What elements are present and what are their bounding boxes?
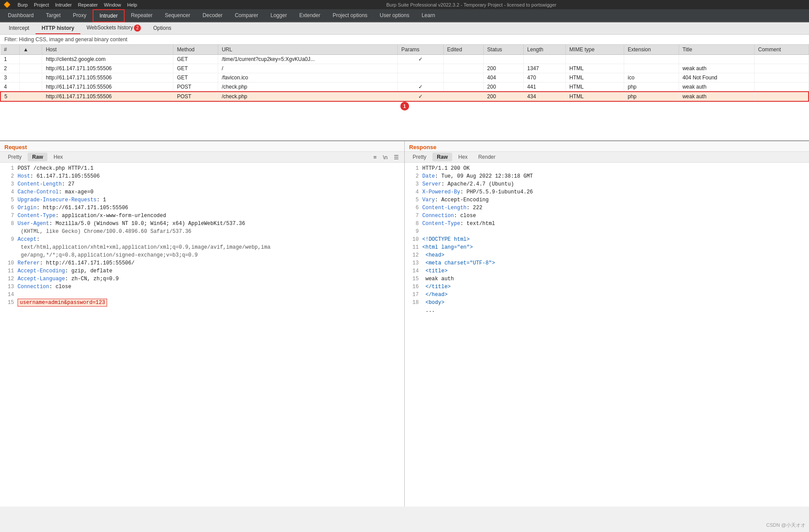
line-text: <!DOCTYPE html> xyxy=(422,236,470,243)
tab-project-options[interactable]: Project options xyxy=(327,10,374,22)
table-row[interactable]: 1http://clients2.google.comGET/time/1/cu… xyxy=(0,55,809,64)
table-cell xyxy=(443,92,483,101)
table-cell xyxy=(754,92,809,101)
request-panel: Request Pretty Raw Hex ≡ \n ☰ 1POST /che… xyxy=(0,141,405,507)
menu-intruder[interactable]: Intruder xyxy=(55,2,72,7)
table-cell: php xyxy=(624,92,679,101)
table-cell: 200 xyxy=(483,64,523,73)
line-text: Content-Type: application/x-www-form-url… xyxy=(18,213,166,219)
line-text: Origin: http://61.147.171.105:55506 xyxy=(18,205,128,211)
request-tab-raw[interactable]: Raw xyxy=(28,153,47,161)
line-text: <title> xyxy=(422,268,448,274)
tab-target[interactable]: Target xyxy=(40,10,67,22)
tab-repeater[interactable]: Repeater xyxy=(125,10,158,22)
col-method[interactable]: Method xyxy=(173,45,218,55)
tab-proxy[interactable]: Proxy xyxy=(67,10,93,22)
col-mime[interactable]: MIME type xyxy=(566,45,624,55)
request-line: 13Connection: close xyxy=(4,283,401,291)
table-cell: POST xyxy=(173,92,218,101)
line-number: 2 xyxy=(408,172,419,180)
tab-learn[interactable]: Learn xyxy=(415,10,441,22)
col-host[interactable]: Host xyxy=(42,45,173,55)
filter-bar[interactable]: Filter: Hiding CSS, image and general bi… xyxy=(0,35,809,45)
table-row[interactable]: 3http://61.147.171.105:55506GET/favicon.… xyxy=(0,73,809,82)
tab-logger[interactable]: Logger xyxy=(264,10,293,22)
title-bar-menu[interactable]: Burp Project Intruder Repeater Window He… xyxy=(18,2,137,7)
request-line: 12Accept-Language: zh-CN, zh;q=0.9 xyxy=(4,275,401,283)
menu-window[interactable]: Window xyxy=(104,2,121,7)
response-tab-pretty[interactable]: Pretty xyxy=(408,153,431,161)
table-cell: php xyxy=(624,82,679,92)
tab-sequencer[interactable]: Sequencer xyxy=(159,10,197,22)
col-status[interactable]: Status xyxy=(483,45,523,55)
tab-decoder[interactable]: Decoder xyxy=(197,10,229,22)
response-tab-render[interactable]: Render xyxy=(474,153,500,161)
sub-nav: Intercept HTTP history WebSockets histor… xyxy=(0,22,809,35)
sub-tab-websockets[interactable]: WebSockets history2 xyxy=(80,22,147,35)
request-line: 5Upgrade-Insecure-Requests: 1 xyxy=(4,196,401,204)
col-title[interactable]: Title xyxy=(679,45,754,55)
table-cell: weak auth xyxy=(679,64,754,73)
line-text: Connection: close xyxy=(422,213,476,219)
request-icon-list[interactable]: ≡ xyxy=(372,153,379,161)
line-text: Referer: http://61.147.171.105:55506/ xyxy=(18,260,134,266)
request-tab-pretty[interactable]: Pretty xyxy=(4,153,26,161)
sub-tab-http-history[interactable]: HTTP history xyxy=(36,23,80,34)
response-tab-hex[interactable]: Hex xyxy=(454,153,472,161)
table-cell: ✓ xyxy=(398,92,443,101)
response-line: 14 <title> xyxy=(408,267,805,275)
line-text: (KHTML, like Gecko) Chrome/100.0.4896.60… xyxy=(18,229,191,235)
line-text: Content-Length: 27 xyxy=(18,181,75,187)
table-cell: ✓ xyxy=(398,82,443,92)
response-line: 9 xyxy=(408,228,805,236)
col-comment[interactable]: Comment xyxy=(754,45,809,55)
line-text: username=admin&password=123 xyxy=(18,299,107,307)
table-cell: GET xyxy=(173,64,218,73)
table-row[interactable]: 4http://61.147.171.105:55506POST/check.p… xyxy=(0,82,809,92)
table-cell: HTML xyxy=(566,73,624,82)
tab-user-options[interactable]: User options xyxy=(374,10,415,22)
tab-comparer[interactable]: Comparer xyxy=(229,10,264,22)
table-row[interactable]: 2http://61.147.171.105:55506GET/2001347H… xyxy=(0,64,809,73)
menu-project[interactable]: Project xyxy=(34,2,49,7)
request-line: 9Accept: xyxy=(4,236,401,243)
line-number: 9 xyxy=(4,236,14,243)
col-length[interactable]: Length xyxy=(524,45,566,55)
tab-intruder[interactable]: Intruder xyxy=(93,9,125,22)
col-arrow[interactable]: ▲ xyxy=(19,45,42,55)
table-row[interactable]: 5http://61.147.171.105:55506POST/check.p… xyxy=(0,92,809,101)
table-cell: GET xyxy=(173,73,218,82)
menu-burp[interactable]: Burp xyxy=(18,2,28,7)
menu-repeater[interactable]: Repeater xyxy=(78,2,97,7)
col-extension[interactable]: Extension xyxy=(624,45,679,55)
table-cell xyxy=(398,73,443,82)
request-line: 3Content-Length: 27 xyxy=(4,180,401,188)
col-num[interactable]: # xyxy=(0,45,19,55)
line-text: HTTP/1.1 200 OK xyxy=(422,165,470,171)
response-line: ... xyxy=(408,307,805,314)
table-cell xyxy=(624,55,679,64)
table-cell: /check.php xyxy=(218,82,398,92)
table-cell: weak auth xyxy=(679,82,754,92)
response-tab-raw[interactable]: Raw xyxy=(432,153,452,161)
tab-dashboard[interactable]: Dashboard xyxy=(2,10,40,22)
table-cell: 470 xyxy=(524,73,566,82)
history-table-container: # ▲ Host Method URL Params Edited Status… xyxy=(0,45,809,141)
line-number: 11 xyxy=(4,267,14,275)
response-line: 3Server: Apache/2.4.7 (Ubuntu) xyxy=(408,180,805,188)
col-url[interactable]: URL xyxy=(218,45,398,55)
table-cell: http://61.147.171.105:55506 xyxy=(42,73,173,82)
table-cell: POST xyxy=(173,82,218,92)
request-icon-menu[interactable]: ☰ xyxy=(392,153,401,161)
sub-tab-options[interactable]: Options xyxy=(147,23,177,34)
table-cell xyxy=(624,64,679,73)
line-number: 17 xyxy=(408,291,419,299)
col-edited[interactable]: Edited xyxy=(443,45,483,55)
col-params[interactable]: Params xyxy=(398,45,443,55)
tab-extender[interactable]: Extender xyxy=(293,10,327,22)
line-text: <head> xyxy=(422,252,444,258)
menu-help[interactable]: Help xyxy=(127,2,137,7)
request-icon-newline[interactable]: \n xyxy=(381,153,389,161)
request-tab-hex[interactable]: Hex xyxy=(49,153,67,161)
sub-tab-intercept[interactable]: Intercept xyxy=(3,23,36,34)
